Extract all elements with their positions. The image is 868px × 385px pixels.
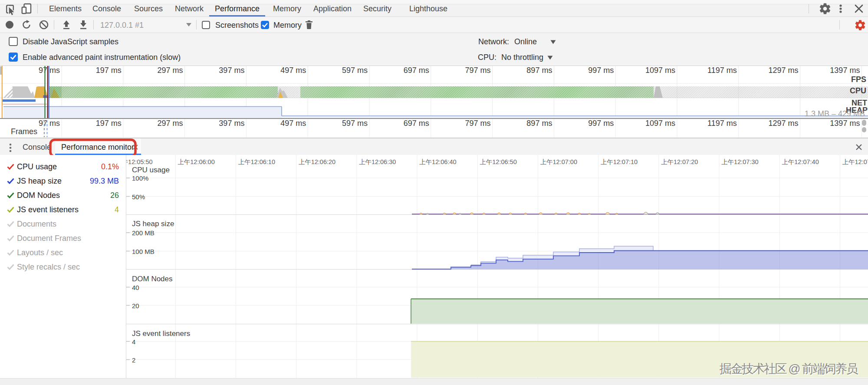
- svg-text:100%: 100%: [132, 174, 148, 182]
- svg-text:497 ms: 497 ms: [280, 66, 306, 75]
- svg-text:997 ms: 997 ms: [588, 119, 614, 128]
- svg-text:40: 40: [132, 284, 139, 291]
- svg-text:1.3 MB – 429 MB: 1.3 MB – 429 MB: [805, 109, 865, 118]
- svg-text:上午12:06:20: 上午12:06:20: [299, 158, 335, 165]
- svg-text:50%: 50%: [132, 193, 145, 201]
- svg-text:上午12:07:30: 上午12:07:30: [721, 158, 758, 165]
- svg-text:397 ms: 397 ms: [219, 66, 244, 75]
- svg-text:1397 ms: 1397 ms: [830, 66, 860, 75]
- svg-text:上午12:07:10: 上午12:07:10: [601, 158, 638, 165]
- svg-text:997 ms: 997 ms: [588, 66, 614, 75]
- svg-text:上午12:07:50: 上午12:07:50: [842, 158, 868, 165]
- svg-text:上午12:05:50: 上午12:05:50: [126, 158, 153, 165]
- svg-text:上午12:06:00: 上午12:06:00: [178, 158, 214, 165]
- svg-text:上午12:07:00: 上午12:07:00: [540, 158, 577, 165]
- svg-text:FPS: FPS: [851, 75, 866, 84]
- svg-text:JS event listeners: JS event listeners: [132, 329, 190, 338]
- svg-text:597 ms: 597 ms: [342, 66, 368, 75]
- svg-text:4: 4: [132, 338, 135, 346]
- svg-text:697 ms: 697 ms: [404, 119, 429, 128]
- svg-text:397 ms: 397 ms: [219, 119, 244, 128]
- svg-text:1297 ms: 1297 ms: [769, 66, 799, 75]
- svg-text:597 ms: 597 ms: [342, 119, 368, 128]
- svg-text:CPU usage: CPU usage: [132, 166, 170, 174]
- svg-text:上午12:06:10: 上午12:06:10: [238, 158, 275, 165]
- svg-text:20: 20: [132, 302, 139, 309]
- svg-text:上午12:07:20: 上午12:07:20: [661, 158, 698, 165]
- svg-text:2: 2: [132, 356, 135, 364]
- svg-text:上午12:07:40: 上午12:07:40: [782, 158, 819, 165]
- svg-text:Frames: Frames: [11, 127, 37, 136]
- svg-text:297 ms: 297 ms: [158, 66, 183, 75]
- svg-text:697 ms: 697 ms: [404, 66, 429, 75]
- svg-text:897 ms: 897 ms: [526, 66, 552, 75]
- svg-text:1197 ms: 1197 ms: [707, 66, 737, 75]
- svg-text:897 ms: 897 ms: [526, 119, 552, 128]
- svg-text:上午12:06:40: 上午12:06:40: [419, 158, 456, 165]
- svg-text:197 ms: 197 ms: [96, 66, 122, 75]
- svg-text:297 ms: 297 ms: [158, 119, 183, 128]
- svg-text:CPU: CPU: [850, 86, 866, 95]
- svg-text:JS heap size: JS heap size: [132, 220, 174, 228]
- svg-text:797 ms: 797 ms: [465, 66, 491, 75]
- svg-text:797 ms: 797 ms: [465, 119, 491, 128]
- svg-text:1097 ms: 1097 ms: [645, 66, 675, 75]
- svg-text:497 ms: 497 ms: [280, 119, 306, 128]
- svg-text:上午12:06:50: 上午12:06:50: [480, 158, 516, 165]
- svg-text:100 MB: 100 MB: [132, 248, 155, 255]
- svg-text:上午12:06:30: 上午12:06:30: [359, 158, 396, 165]
- svg-text:97 ms: 97 ms: [39, 119, 60, 128]
- svg-text:1297 ms: 1297 ms: [769, 119, 799, 128]
- svg-text:200 MB: 200 MB: [132, 229, 155, 237]
- svg-text:1197 ms: 1197 ms: [707, 119, 737, 128]
- svg-text:1097 ms: 1097 ms: [645, 119, 675, 128]
- svg-text:197 ms: 197 ms: [96, 119, 122, 128]
- svg-text:1397 ms: 1397 ms: [830, 119, 860, 128]
- svg-text:DOM Nodes: DOM Nodes: [132, 275, 173, 283]
